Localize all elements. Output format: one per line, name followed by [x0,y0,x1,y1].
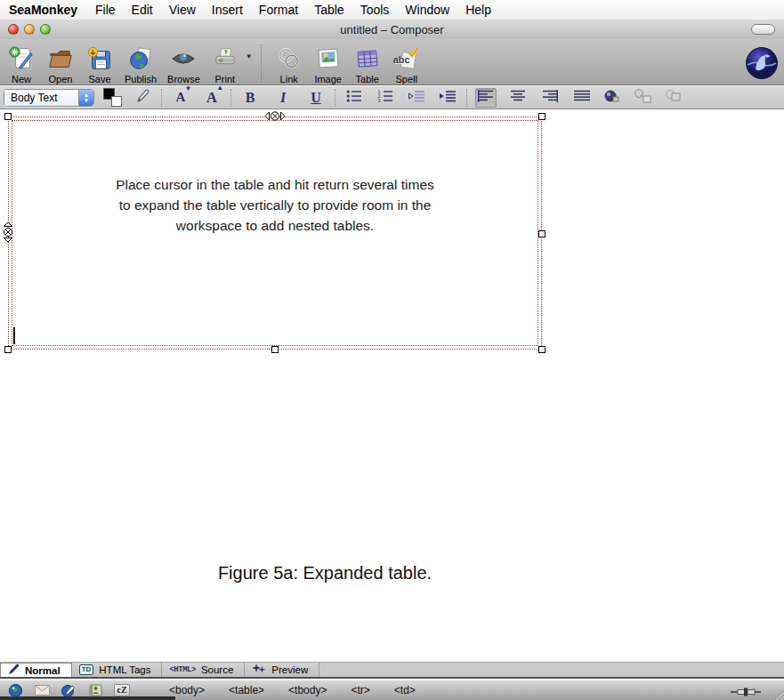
editor-canvas[interactable]: Place cursor in the table and hit return… [0,110,784,662]
tab-normal[interactable]: Normal [0,663,72,677]
smaller-font-icon: A▼ [176,90,186,105]
online-offline-icon[interactable] [731,685,761,700]
browse-button-label: Browse [167,74,200,84]
bring-forward-button[interactable] [663,88,684,108]
resize-handle-bottom-left[interactable] [4,346,12,353]
mail-icon[interactable] [34,683,50,697]
column-width-widget-icon[interactable] [263,109,287,125]
preview-stars-icon [252,664,266,677]
tab-source[interactable]: <HTML> Source [162,663,245,677]
layer-sphere-icon [603,89,619,107]
align-right-icon [542,90,558,106]
print-button[interactable]: Print [206,42,245,84]
tab-preview[interactable]: Preview [245,663,319,677]
toolbar-toggle-button[interactable] [751,24,775,35]
selected-table[interactable]: Place cursor in the table and hit return… [8,117,542,350]
align-left-button[interactable] [475,88,497,108]
resize-handle-right[interactable] [538,230,546,237]
link-chain-icon [275,44,303,73]
tab-html-tags[interactable]: TD HTML Tags [72,663,163,677]
bullet-list-button[interactable] [344,88,365,108]
tag-td[interactable]: <td> [394,684,416,696]
menu-format[interactable]: Format [251,0,306,20]
print-icon [211,44,239,73]
numbered-list-button[interactable]: 123 [375,88,396,108]
title-bar[interactable]: untitled – Composer [0,20,784,39]
highlight-color-button[interactable] [132,88,153,108]
align-right-button[interactable] [539,88,561,108]
increase-font-size-button[interactable]: A▲ [201,88,222,108]
open-button[interactable]: Open [41,42,80,84]
print-dropdown-arrow[interactable]: ▼ [246,52,253,60]
paragraph-style-stepper-icon: ▲▼ [78,90,93,106]
resize-handle-bottom-right[interactable] [538,346,546,353]
align-center-button[interactable] [507,88,529,108]
resize-handle-top-right[interactable] [538,113,546,120]
tag-tbody[interactable]: <tbody> [288,684,327,696]
numbered-list-icon: 123 [377,89,393,107]
tab-normal-label: Normal [25,665,61,676]
absolute-position-button[interactable] [601,88,622,108]
background-color-swatch[interactable] [111,96,122,107]
menu-insert[interactable]: Insert [204,0,251,20]
tag-body[interactable]: <body> [169,684,205,696]
menu-help[interactable]: Help [457,0,499,20]
navigator-icon[interactable] [7,683,23,697]
paragraph-style-select[interactable]: Body Text ▲▼ [4,89,94,107]
image-icon [314,44,343,73]
row-height-widget-icon[interactable] [3,221,14,247]
open-button-label: Open [49,74,73,84]
menu-file[interactable]: File [87,0,124,20]
status-progress-recess [0,696,175,700]
image-button[interactable]: Image [309,42,348,84]
paragraph-style-value: Body Text [4,90,78,106]
align-center-icon [510,90,526,106]
bring-forward-icon [664,89,683,107]
new-button[interactable]: New [2,42,41,84]
underline-button[interactable]: U [305,88,327,108]
align-left-icon [478,90,494,106]
spell-button[interactable]: abc Spell [387,42,426,84]
menu-view[interactable]: View [161,0,204,20]
menu-seamonkey[interactable]: SeaMonkey [4,0,87,20]
svg-text:3: 3 [378,98,381,103]
link-button-label: Link [280,74,298,84]
composer-icon[interactable] [61,683,77,697]
decrease-font-size-button[interactable]: A▼ [170,88,191,108]
outdent-button[interactable] [406,88,427,108]
italic-button[interactable]: I [272,88,294,108]
save-button[interactable]: Save [80,42,119,84]
italic-icon: I [280,90,286,106]
resize-grip[interactable] [772,688,784,700]
open-folder-icon [46,44,75,73]
seamonkey-throbber-icon[interactable] [745,46,779,80]
table-text-line: to expand the table vertically to provid… [9,195,541,215]
format-toolbar: Body Text ▲▼ A▼ A▲ B I U 123 [0,86,784,109]
table-button[interactable]: Table [348,42,387,84]
new-button-label: New [12,74,31,84]
indent-button[interactable] [437,88,458,108]
text-color-picker[interactable] [103,88,125,108]
link-button[interactable]: Link [270,42,309,84]
bold-button[interactable]: B [239,88,261,108]
menu-window[interactable]: Window [397,0,457,20]
tag-table[interactable]: <table> [229,684,264,696]
menu-tools[interactable]: Tools [352,0,398,20]
chatzilla-icon[interactable]: cZ [114,683,130,697]
resize-handle-bottom[interactable] [271,346,279,353]
format-separator [335,89,335,107]
pencil-icon [8,664,20,677]
menu-table[interactable]: Table [306,0,352,20]
browse-button[interactable]: Browse [162,42,206,84]
publish-button[interactable]: Publish [119,42,162,84]
spell-check-icon: abc [392,44,421,73]
highlight-pencil-icon [134,88,150,108]
tab-html-tags-label: HTML Tags [99,664,150,675]
menu-edit[interactable]: Edit [124,0,161,20]
tag-tr[interactable]: <tr> [351,684,369,696]
send-backward-button[interactable] [632,88,653,108]
resize-handle-top-left[interactable] [4,113,12,120]
address-book-icon[interactable] [87,683,103,697]
window-title: untitled – Composer [0,20,784,39]
justify-button[interactable] [571,88,593,108]
